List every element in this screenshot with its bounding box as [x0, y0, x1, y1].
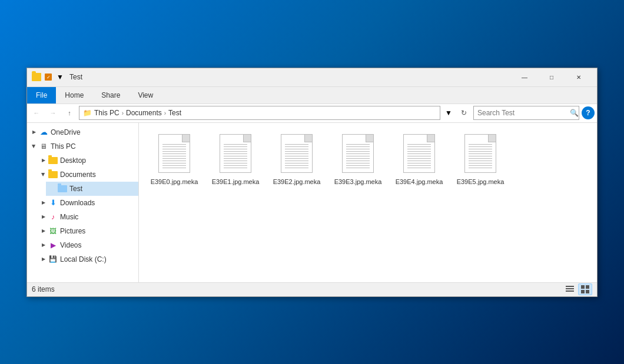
file-item[interactable]: E39E1.jpg.meka: [206, 129, 265, 191]
expand-arrow-videos: ▶: [39, 241, 48, 250]
file-document-icon: [157, 134, 192, 175]
file-name: E39E3.jpg.meka: [334, 178, 382, 186]
svg-rect-7: [581, 290, 585, 293]
file-name: E39E2.jpg.meka: [273, 178, 321, 186]
path-segment-documents: Documents: [126, 109, 162, 117]
tab-view[interactable]: View: [129, 87, 162, 103]
address-icon: 📁: [83, 109, 92, 117]
sidebar-item-thispc[interactable]: ▶ 🖥 This PC: [27, 139, 138, 153]
path-dropdown-button[interactable]: ▼: [443, 106, 454, 119]
titlebar-small-icon: ✓: [44, 72, 53, 82]
svg-text:✓: ✓: [47, 75, 51, 80]
maximize-button[interactable]: □: [538, 68, 565, 86]
desktop-folder-icon: [48, 156, 58, 165]
sidebar-label-downloads: Downloads: [60, 199, 95, 207]
svg-rect-6: [586, 285, 589, 289]
sidebar-label-pictures: Pictures: [60, 227, 85, 235]
titlebar: ✓ ▼ Test — □ ✕: [27, 68, 597, 87]
sidebar: ▶ ☁ OneDrive ▶ 🖥 This PC ▶ Deskt: [27, 123, 139, 282]
file-item[interactable]: E39E4.jpg.meka: [390, 129, 449, 191]
sidebar-label-onedrive: OneDrive: [51, 128, 81, 136]
pc-icon: 🖥: [39, 142, 48, 151]
sidebar-item-desktop[interactable]: ▶ Desktop: [36, 153, 138, 168]
svg-rect-3: [566, 288, 574, 289]
sidebar-item-onedrive[interactable]: ▶ ☁ OneDrive: [27, 125, 138, 139]
item-count: 6 items: [32, 285, 55, 293]
up-button[interactable]: ↑: [62, 106, 77, 120]
expand-arrow-downloads: ▶: [39, 198, 48, 208]
file-document-icon: [401, 134, 437, 175]
file-document-icon: [463, 134, 498, 175]
sidebar-item-documents[interactable]: ▶ Documents: [36, 168, 138, 182]
path-segment-thispc: This PC: [94, 109, 120, 117]
close-button[interactable]: ✕: [565, 68, 592, 86]
tab-home[interactable]: Home: [56, 87, 92, 103]
view-buttons: [563, 283, 592, 295]
file-item[interactable]: E39E5.jpg.meka: [451, 129, 510, 191]
expand-arrow-localdisk: ▶: [39, 255, 48, 264]
downloads-folder-icon: ⬇: [48, 198, 58, 208]
statusbar: 6 items: [27, 282, 597, 296]
tab-share[interactable]: Share: [92, 87, 129, 103]
file-item[interactable]: E39E0.jpg.meka: [145, 129, 204, 191]
view-icons-button[interactable]: [578, 283, 592, 295]
path-chevron-2: ›: [164, 110, 166, 116]
expand-arrow-music: ▶: [39, 212, 48, 222]
titlebar-icons: ✓ ▼: [32, 72, 65, 82]
expand-arrow-onedrive: ▶: [29, 128, 39, 137]
search-input[interactable]: [474, 109, 569, 117]
sidebar-label-localdisk: Local Disk (C:): [60, 255, 107, 263]
file-name: E39E5.jpg.meka: [457, 178, 504, 186]
localdisk-icon: 💾: [48, 255, 58, 264]
search-box: 🔍: [473, 106, 579, 120]
test-folder-icon: [58, 184, 67, 193]
forward-button[interactable]: →: [46, 106, 60, 120]
expand-arrow-pictures: ▶: [39, 226, 48, 236]
svg-rect-2: [566, 286, 574, 287]
file-name: E39E4.jpg.meka: [396, 178, 443, 186]
window-title: Test: [69, 73, 511, 81]
folder-icon: [32, 73, 41, 81]
sidebar-item-test[interactable]: ▶ Test: [46, 182, 138, 196]
file-explorer-window: ✓ ▼ Test — □ ✕ File Home Share View ← → …: [26, 68, 598, 297]
documents-folder-icon: [48, 170, 58, 179]
onedrive-icon: ☁: [39, 128, 48, 137]
help-button[interactable]: ?: [582, 106, 595, 119]
window-controls: — □ ✕: [511, 68, 592, 86]
sidebar-label-test: Test: [69, 185, 82, 193]
expand-arrow-thispc: ▶: [29, 142, 39, 151]
sidebar-item-videos[interactable]: ▶ ▶ Videos: [36, 238, 138, 252]
sidebar-label-music: Music: [60, 213, 78, 221]
path-chevron-1: ›: [122, 110, 124, 116]
sidebar-item-localdisk[interactable]: ▶ 💾 Local Disk (C:): [36, 252, 138, 266]
music-folder-icon: ♪: [48, 212, 58, 222]
minimize-button[interactable]: —: [511, 68, 538, 86]
file-grid: E39E0.jpg.meka E39E1.jpg.m: [145, 129, 591, 191]
videos-folder-icon: ▶: [48, 241, 58, 250]
expand-arrow-documents: ▶: [39, 170, 48, 179]
file-item[interactable]: E39E2.jpg.meka: [267, 129, 326, 191]
svg-rect-8: [586, 290, 589, 293]
sidebar-item-pictures[interactable]: ▶ 🖼 Pictures: [36, 224, 138, 238]
main-content: ▶ ☁ OneDrive ▶ 🖥 This PC ▶ Deskt: [27, 123, 597, 282]
ribbon-tabs: File Home Share View: [27, 87, 597, 103]
file-document-icon: [279, 134, 314, 175]
path-segment-test: Test: [168, 109, 181, 117]
pictures-folder-icon: 🖼: [48, 226, 58, 236]
sidebar-label-videos: Videos: [60, 241, 81, 249]
file-document-icon: [218, 134, 253, 175]
svg-rect-5: [581, 285, 585, 289]
expand-arrow-desktop: ▶: [39, 156, 48, 165]
view-details-button[interactable]: [563, 283, 577, 295]
search-icon[interactable]: 🔍: [569, 106, 579, 119]
sidebar-item-music[interactable]: ▶ ♪ Music: [36, 210, 138, 224]
back-button[interactable]: ←: [29, 106, 44, 120]
file-name: E39E1.jpg.meka: [212, 178, 260, 186]
sidebar-item-downloads[interactable]: ▶ ⬇ Downloads: [36, 196, 138, 210]
tab-file[interactable]: File: [27, 87, 56, 103]
refresh-button[interactable]: ↻: [457, 106, 471, 120]
file-item[interactable]: E39E3.jpg.meka: [328, 129, 387, 191]
file-document-icon: [340, 134, 376, 175]
addressbar: ← → ↑ 📁 This PC › Documents › Test ▼ ↻ 🔍…: [27, 104, 597, 123]
address-path[interactable]: 📁 This PC › Documents › Test: [79, 106, 440, 120]
